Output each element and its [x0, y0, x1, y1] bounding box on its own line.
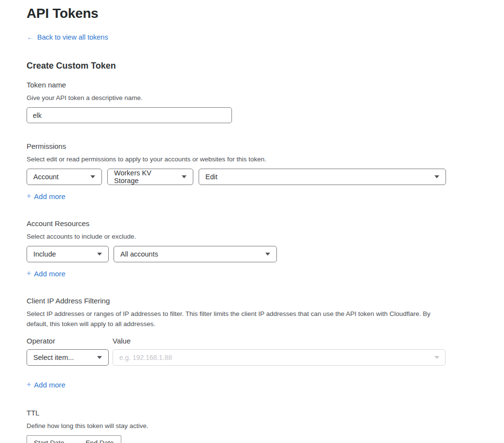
arrow-right-icon: →	[72, 439, 78, 443]
value-column: Value	[113, 337, 446, 366]
permission-category-value: Workers KV Storage	[114, 169, 177, 185]
account-resources-label: Account Resources	[27, 219, 504, 228]
end-date-field[interactable]: End Date	[86, 439, 114, 443]
operator-value: Select item...	[33, 354, 74, 361]
account-selection-value: All accounts	[120, 250, 158, 258]
ip-value-combobox	[113, 349, 446, 366]
permissions-help: Select edit or read permissions to apply…	[27, 154, 504, 164]
permission-scope-select[interactable]: Account	[27, 169, 102, 185]
chevron-down-icon	[182, 175, 187, 178]
chevron-down-icon	[90, 175, 95, 178]
ttl-help: Define how long this token will stay act…	[27, 421, 504, 431]
add-more-label: Add more	[34, 270, 65, 278]
plus-icon: +	[27, 269, 31, 278]
ip-filtering-help: Select IP addresses or ranges of IP addr…	[27, 309, 441, 329]
chevron-down-icon	[97, 253, 102, 256]
permissions-row: Account Workers KV Storage Edit	[27, 169, 504, 185]
api-tokens-page: API Tokens ← Back to view all tokens Cre…	[0, 0, 504, 443]
ip-filtering-label: Client IP Address Filtering	[27, 297, 504, 305]
operator-label: Operator	[27, 337, 109, 345]
operator-column: Operator Select item...	[27, 337, 109, 366]
page-title: API Tokens	[27, 5, 504, 22]
chevron-down-icon	[434, 175, 439, 178]
permissions-add-more-link[interactable]: + Add more	[27, 192, 65, 200]
back-to-tokens-link[interactable]: ← Back to view all tokens	[27, 33, 108, 41]
permission-category-select[interactable]: Workers KV Storage	[107, 169, 193, 185]
account-resources-row: Include All accounts	[27, 246, 504, 262]
create-custom-token-heading: Create Custom Token	[27, 61, 504, 71]
chevron-down-icon	[434, 356, 439, 359]
back-arrow-icon: ←	[27, 33, 34, 41]
start-date-field[interactable]: Start Date	[34, 439, 64, 443]
back-link-label: Back to view all tokens	[37, 33, 108, 41]
account-selection-select[interactable]: All accounts	[114, 246, 277, 262]
token-name-help: Give your API token a descriptive name.	[27, 93, 504, 103]
account-include-value: Include	[33, 250, 56, 258]
permission-scope-value: Account	[33, 173, 58, 181]
permission-access-value: Edit	[205, 173, 217, 181]
ttl-date-range-picker[interactable]: Start Date → End Date	[27, 435, 121, 443]
account-include-select[interactable]: Include	[27, 246, 109, 262]
ttl-label: TTL	[27, 409, 504, 417]
account-resources-add-more-link[interactable]: + Add more	[27, 269, 65, 278]
account-resources-help: Select accounts to include or exclude.	[27, 231, 504, 242]
ip-filtering-row: Operator Select item... Value	[27, 337, 504, 366]
operator-select[interactable]: Select item...	[27, 349, 109, 366]
token-name-input[interactable]	[27, 107, 232, 123]
value-label: Value	[113, 337, 446, 345]
plus-icon: +	[27, 192, 31, 200]
ip-value-input[interactable]	[113, 349, 446, 366]
plus-icon: +	[27, 380, 31, 389]
add-more-label: Add more	[34, 192, 65, 200]
chevron-down-icon	[265, 253, 270, 256]
ip-filtering-add-more-link[interactable]: + Add more	[27, 380, 65, 389]
permission-access-select[interactable]: Edit	[199, 169, 446, 185]
token-name-label: Token name	[27, 81, 504, 89]
permissions-label: Permissions	[27, 142, 504, 150]
add-more-label: Add more	[34, 381, 65, 389]
chevron-down-icon	[97, 356, 102, 359]
